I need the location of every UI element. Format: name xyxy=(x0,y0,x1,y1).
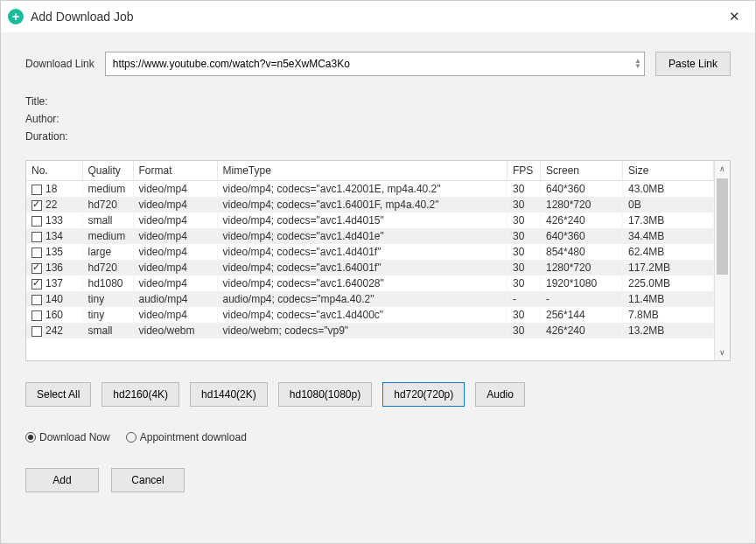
spinner-icon[interactable]: ▲▼ xyxy=(634,59,641,69)
dialog-window: Add Download Job ✕ Download Link ▲▼ Past… xyxy=(0,0,756,544)
download-now-radio[interactable]: Download Now xyxy=(25,431,110,443)
content-area: Download Link ▲▼ Paste Link Title: Autho… xyxy=(1,32,755,543)
preset-hd720-button[interactable]: hd720(720p) xyxy=(382,382,465,407)
table-row[interactable]: 136hd720video/mp4video/mp4; codecs="avc1… xyxy=(26,260,714,275)
cancel-button[interactable]: Cancel xyxy=(111,468,185,492)
row-checkbox[interactable] xyxy=(32,248,42,258)
add-button[interactable]: Add xyxy=(25,468,99,492)
col-mime[interactable]: MimeType xyxy=(217,161,508,181)
col-fps[interactable]: FPS xyxy=(508,161,541,181)
row-checkbox[interactable] xyxy=(32,310,42,321)
row-checkbox[interactable] xyxy=(32,200,42,211)
row-checkbox[interactable] xyxy=(32,232,42,242)
formats-table-scroll: No. Quality Format MimeType FPS Screen S… xyxy=(26,161,714,360)
table-scrollbar[interactable]: ∧ ∨ xyxy=(714,161,730,360)
col-quality[interactable]: Quality xyxy=(82,161,133,181)
author-label: Author: xyxy=(25,113,731,125)
formats-table: No. Quality Format MimeType FPS Screen S… xyxy=(26,161,714,338)
col-screen[interactable]: Screen xyxy=(541,161,623,181)
download-link-input[interactable] xyxy=(105,52,645,76)
table-row[interactable]: 242smallvideo/webmvideo/webm; codecs="vp… xyxy=(26,323,714,338)
table-header-row: No. Quality Format MimeType FPS Screen S… xyxy=(26,161,714,181)
row-checkbox[interactable] xyxy=(32,295,42,305)
preset-hd1080-button[interactable]: hd1080(1080p) xyxy=(278,382,372,407)
download-now-label: Download Now xyxy=(39,431,110,443)
title-label: Title: xyxy=(25,95,731,108)
window-title: Add Download Job xyxy=(31,10,720,24)
titlebar: Add Download Job ✕ xyxy=(1,1,755,32)
schedule-radio-row: Download Now Appointment download xyxy=(25,431,731,443)
col-format[interactable]: Format xyxy=(133,161,217,181)
add-icon xyxy=(8,9,24,24)
scroll-up-icon[interactable]: ∧ xyxy=(715,161,730,177)
close-button[interactable]: ✕ xyxy=(720,4,748,29)
col-size[interactable]: Size xyxy=(623,161,714,181)
paste-link-button[interactable]: Paste Link xyxy=(655,52,731,76)
table-row[interactable]: 140tinyaudio/mp4audio/mp4; codecs="mp4a.… xyxy=(26,291,714,307)
table-row[interactable]: 18mediumvideo/mp4video/mp4; codecs="avc1… xyxy=(26,181,714,198)
row-checkbox[interactable] xyxy=(32,185,42,195)
preset-audio-button[interactable]: Audio xyxy=(475,382,525,407)
scroll-thumb[interactable] xyxy=(717,178,728,275)
preset-row: Select All hd2160(4K) hd1440(2K) hd1080(… xyxy=(25,382,731,407)
formats-table-wrap: No. Quality Format MimeType FPS Screen S… xyxy=(25,160,731,361)
preset-hd1440-button[interactable]: hd1440(2K) xyxy=(190,382,268,407)
col-no[interactable]: No. xyxy=(26,161,82,181)
appointment-radio[interactable]: Appointment download xyxy=(126,431,247,443)
action-row: Add Cancel xyxy=(25,468,731,492)
row-checkbox[interactable] xyxy=(32,216,42,227)
radio-dot-icon xyxy=(126,432,136,443)
row-checkbox[interactable] xyxy=(32,263,42,274)
meta-block: Title: Author: Duration: xyxy=(25,95,731,148)
table-row[interactable]: 133smallvideo/mp4video/mp4; codecs="avc1… xyxy=(26,213,714,228)
preset-hd2160-button[interactable]: hd2160(4K) xyxy=(102,382,179,407)
download-link-row: Download Link ▲▼ Paste Link xyxy=(25,52,731,76)
row-checkbox[interactable] xyxy=(32,279,42,289)
duration-label: Duration: xyxy=(25,130,731,143)
close-icon: ✕ xyxy=(729,9,740,24)
table-row[interactable]: 160tinyvideo/mp4video/mp4; codecs="avc1.… xyxy=(26,307,714,323)
table-row[interactable]: 134mediumvideo/mp4video/mp4; codecs="avc… xyxy=(26,228,714,244)
radio-dot-icon xyxy=(25,432,36,443)
scroll-down-icon[interactable]: ∨ xyxy=(715,345,730,360)
select-all-button[interactable]: Select All xyxy=(25,382,91,407)
appointment-label: Appointment download xyxy=(140,431,247,443)
download-link-input-wrap: ▲▼ xyxy=(105,52,645,76)
download-link-label: Download Link xyxy=(25,58,94,70)
table-row[interactable]: 137hd1080video/mp4video/mp4; codecs="avc… xyxy=(26,275,714,291)
table-row[interactable]: 135largevideo/mp4video/mp4; codecs="avc1… xyxy=(26,244,714,260)
table-row[interactable]: 22hd720video/mp4video/mp4; codecs="avc1.… xyxy=(26,197,714,213)
row-checkbox[interactable] xyxy=(32,326,42,337)
